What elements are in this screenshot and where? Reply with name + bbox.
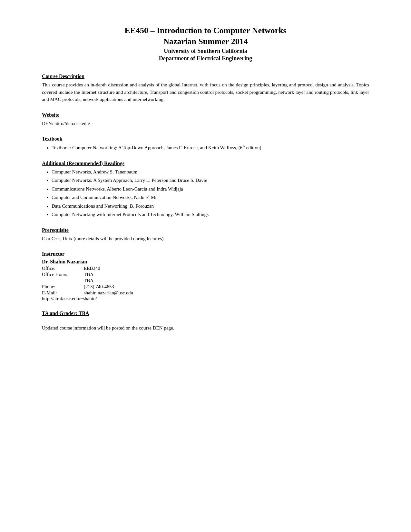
course-title: EE450 – Introduction to Computer Network… bbox=[42, 26, 369, 35]
website-body: DEN: http://den.usc.edu/ bbox=[42, 120, 369, 127]
instructor-website: http://atrak.usc.edu/~shahin/ bbox=[42, 296, 369, 301]
prerequisite-body: C or C++, Unix (more details will be pro… bbox=[42, 235, 369, 242]
phone-value: (213) 740-4653 bbox=[84, 284, 133, 290]
list-item: Data Communications and Networking, B. F… bbox=[52, 202, 369, 210]
table-row: Office: EEB340 bbox=[42, 265, 133, 271]
website-section: Website DEN: http://den.usc.edu/ bbox=[42, 112, 369, 127]
instructor-name: Dr. Shahin Nazarian bbox=[42, 259, 369, 265]
updated-info: Updated course information will be poste… bbox=[42, 325, 369, 331]
additional-readings-title: Additional (Recommended) Readings bbox=[42, 161, 369, 166]
instructor-section: Instructor Dr. Shahin Nazarian Office: E… bbox=[42, 251, 369, 301]
website-title: Website bbox=[42, 112, 369, 118]
email-value: shahin.nazarian@usc.edu bbox=[84, 290, 133, 296]
additional-readings-list: Computer Networks, Andrew S. Tanenbaum C… bbox=[52, 168, 369, 218]
table-row: Office Hours: TBA bbox=[42, 271, 133, 278]
office-label: Office: bbox=[42, 265, 84, 271]
phone-label: Phone: bbox=[42, 284, 84, 290]
table-row: TBA bbox=[42, 278, 133, 284]
office-hours-empty bbox=[42, 278, 84, 284]
department-name: Department of Electrical Engineering bbox=[42, 55, 369, 62]
website-label: DEN: bbox=[42, 121, 53, 126]
textbook-list: Textbook: Computer Networking: A Top-Dow… bbox=[52, 144, 369, 152]
instructor-title: Instructor bbox=[42, 251, 369, 257]
office-hours-label: Office Hours: bbox=[42, 271, 84, 278]
course-subtitle: Nazarian Summer 2014 bbox=[42, 37, 369, 46]
instructor-details: Office: EEB340 Office Hours: TBA TBA Pho… bbox=[42, 265, 133, 296]
office-hours-value2: TBA bbox=[84, 278, 133, 284]
office-hours-value1: TBA bbox=[84, 271, 133, 278]
email-label: E-Mail: bbox=[42, 290, 84, 296]
website-url[interactable]: http://den.usc.edu/ bbox=[54, 121, 90, 126]
page-header: EE450 – Introduction to Computer Network… bbox=[42, 26, 369, 62]
additional-readings-section: Additional (Recommended) Readings Comput… bbox=[42, 161, 369, 218]
ta-section: TA and Grader: TBA bbox=[42, 310, 369, 316]
textbook-section: Textbook Textbook: Computer Networking: … bbox=[42, 136, 369, 152]
university-name: University of Southern California bbox=[42, 48, 369, 54]
course-description-section: Course Description This course provides … bbox=[42, 74, 369, 103]
list-item: Computer and Communication Networks, Nad… bbox=[52, 194, 369, 201]
textbook-title: Textbook bbox=[42, 136, 369, 142]
list-item: Computer Networks: A System Approach, La… bbox=[52, 177, 369, 184]
table-row: Phone: (213) 740-4653 bbox=[42, 284, 133, 290]
instructor-url[interactable]: http://atrak.usc.edu/~shahin/ bbox=[42, 296, 97, 301]
table-row: E-Mail: shahin.nazarian@usc.edu bbox=[42, 290, 133, 296]
list-item: Computer Networks, Andrew S. Tanenbaum bbox=[52, 168, 369, 176]
ta-title: TA and Grader: TBA bbox=[42, 310, 369, 316]
office-value: EEB340 bbox=[84, 265, 133, 271]
course-description-title: Course Description bbox=[42, 74, 369, 79]
prerequisite-section: Prerequisite C or C++, Unix (more detail… bbox=[42, 227, 369, 242]
list-item: Textbook: Computer Networking: A Top-Dow… bbox=[52, 144, 369, 152]
course-description-body: This course provides an in-depth discuss… bbox=[42, 81, 369, 103]
prerequisite-title: Prerequisite bbox=[42, 227, 369, 233]
list-item: Computer Networking with Internet Protoc… bbox=[52, 211, 369, 218]
list-item: Communications Networks, Alberto Leon-Ga… bbox=[52, 185, 369, 193]
